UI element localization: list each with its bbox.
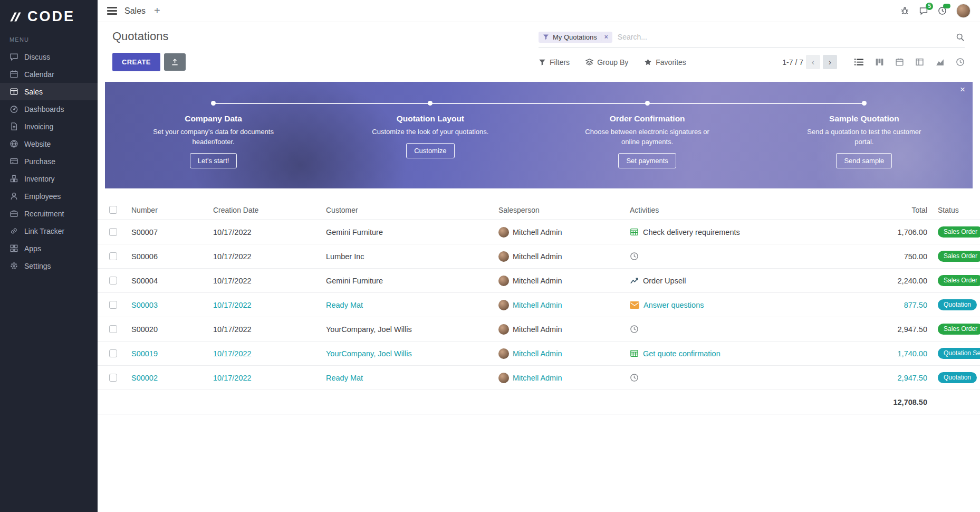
table-row[interactable]: S00020 10/17/2022 YourCompany, Joel Will… <box>98 317 980 342</box>
cell-activities[interactable]: Get quote confirmation <box>630 349 832 358</box>
graph-view-icon[interactable] <box>935 58 945 67</box>
sidebar-item-calendar[interactable]: Calendar <box>0 65 98 83</box>
customize-button[interactable]: Customize <box>406 143 454 158</box>
activities-clock-icon[interactable] <box>938 6 947 15</box>
sidebar-item-label: Employees <box>24 192 61 201</box>
header-number[interactable]: Number <box>131 206 213 214</box>
cell-activities[interactable] <box>630 373 832 382</box>
search-input[interactable] <box>612 31 956 43</box>
search-facet-label: My Quotations <box>553 33 597 41</box>
user-avatar[interactable] <box>956 4 971 18</box>
status-badge: Quotation Sent <box>938 348 980 359</box>
kanban-view-icon[interactable] <box>875 58 884 67</box>
set-payments-button[interactable]: Set payments <box>618 153 676 168</box>
table-row[interactable]: S00004 10/17/2022 Gemini Furniture Mitch… <box>98 269 980 293</box>
cell-date: 10/17/2022 <box>213 301 326 309</box>
row-checkbox[interactable] <box>109 325 117 333</box>
table-row[interactable]: S00003 10/17/2022 Ready Mat Mitchell Adm… <box>98 293 980 317</box>
pager-range[interactable]: 1-7 / 7 <box>782 58 803 67</box>
hamburger-icon[interactable] <box>107 7 117 14</box>
row-checkbox[interactable] <box>109 374 117 382</box>
salesperson-name: Mitchell Admin <box>513 277 562 285</box>
calendar-view-icon[interactable] <box>895 58 904 67</box>
sidebar-item-label: Calendar <box>24 70 54 79</box>
step-desc: Choose between electronic signatures or … <box>584 127 710 147</box>
onboarding-banner: × Company Data Set your company's data f… <box>105 82 973 188</box>
select-all-checkbox[interactable] <box>109 206 117 214</box>
pager-next-button[interactable]: › <box>823 55 837 69</box>
pivot-view-icon[interactable] <box>915 58 924 67</box>
messages-icon[interactable]: 5 <box>919 6 928 15</box>
header-total[interactable]: Total <box>832 206 927 214</box>
sidebar-item-link-tracker[interactable]: Link Tracker <box>0 222 98 240</box>
favorites-button[interactable]: Favorites <box>644 58 686 67</box>
step-quotation-layout: Quotation Layout Customize the look of y… <box>322 101 539 188</box>
filters-button[interactable]: Filters <box>539 58 570 67</box>
sidebar-item-label: Discuss <box>24 53 50 61</box>
export-button[interactable] <box>164 53 186 71</box>
brand-logo[interactable]: CODE <box>0 0 98 35</box>
step-title: Sample Quotation <box>829 114 899 124</box>
row-checkbox[interactable] <box>109 277 117 285</box>
avatar <box>498 276 509 286</box>
new-tab-button[interactable]: + <box>154 5 160 17</box>
cell-activities[interactable]: Check delivery requirements <box>630 227 832 236</box>
cell-activities[interactable] <box>630 325 832 334</box>
send-sample-button[interactable]: Send sample <box>836 153 892 168</box>
sidebar-item-invoicing[interactable]: Invoicing <box>0 118 98 135</box>
table-row[interactable]: S00019 10/17/2022 YourCompany, Joel Will… <box>98 342 980 366</box>
group-by-button[interactable]: Group By <box>585 58 628 67</box>
table-row[interactable]: S00006 10/17/2022 Lumber Inc Mitchell Ad… <box>98 244 980 269</box>
create-button[interactable]: CREATE <box>112 53 160 71</box>
status-badge: Quotation <box>938 372 977 383</box>
activity-view-icon[interactable] <box>956 58 965 67</box>
header-activities[interactable]: Activities <box>630 206 832 214</box>
sidebar-item-recruitment[interactable]: Recruitment <box>0 205 98 222</box>
table-row[interactable]: S00007 10/17/2022 Gemini Furniture Mitch… <box>98 220 980 244</box>
sidebar-item-sales[interactable]: Sales <box>0 83 98 100</box>
person-icon <box>9 192 18 201</box>
header-customer[interactable]: Customer <box>326 206 498 214</box>
sidebar-item-label: Invoicing <box>24 122 53 131</box>
calendar-icon <box>9 70 18 79</box>
sidebar-item-inventory[interactable]: Inventory <box>0 170 98 187</box>
status-badge: Sales Order <box>938 226 980 238</box>
row-checkbox[interactable] <box>109 252 117 260</box>
header-creation-date[interactable]: Creation Date <box>213 206 326 214</box>
cell-activities[interactable] <box>630 252 832 261</box>
table-row[interactable]: S00002 10/17/2022 Ready Mat Mitchell Adm… <box>98 366 980 390</box>
sidebar-item-dashboards[interactable]: Dashboards <box>0 100 98 118</box>
sidebar-item-apps[interactable]: Apps <box>0 240 98 257</box>
sidebar-item-discuss[interactable]: Discuss <box>0 48 98 65</box>
header-salesperson[interactable]: Salesperson <box>498 206 630 214</box>
search-icon[interactable] <box>956 33 965 42</box>
pager-prev-button[interactable]: ‹ <box>806 55 820 69</box>
status-badge: Sales Order <box>938 324 980 335</box>
app-menu-sales[interactable]: Sales <box>124 6 146 16</box>
bug-icon[interactable] <box>900 6 909 15</box>
sidebar-item-settings[interactable]: Settings <box>0 257 98 274</box>
row-checkbox[interactable] <box>109 349 117 357</box>
group-by-icon <box>585 58 593 66</box>
row-checkbox[interactable] <box>109 228 117 236</box>
search-bar: My Quotations × <box>539 31 965 48</box>
cell-status: Sales Order <box>927 324 980 335</box>
sidebar-item-website[interactable]: Website <box>0 135 98 153</box>
sidebar-item-employees[interactable]: Employees <box>0 187 98 205</box>
salesperson-name: Mitchell Admin <box>513 252 562 261</box>
cell-salesperson: Mitchell Admin <box>498 373 630 383</box>
inventory-icon <box>9 174 18 183</box>
cell-customer: YourCompany, Joel Willis <box>326 325 498 334</box>
app-root: CODE MENU Discuss Calendar Sales Dashboa… <box>0 0 980 512</box>
table-footer-row: 12,708.50 <box>98 390 980 414</box>
row-checkbox[interactable] <box>109 301 117 309</box>
lets-start-button[interactable]: Let's start! <box>190 153 237 168</box>
cell-activities[interactable]: Answer questions <box>630 301 832 309</box>
facet-remove-icon[interactable]: × <box>601 33 608 41</box>
cell-activities[interactable]: Order Upsell <box>630 276 832 285</box>
favorites-icon <box>644 58 652 66</box>
sidebar-item-purchase[interactable]: Purchase <box>0 153 98 170</box>
list-view-icon[interactable] <box>854 58 864 67</box>
header-status[interactable]: Status <box>927 206 980 214</box>
search-facet[interactable]: My Quotations × <box>539 32 612 43</box>
